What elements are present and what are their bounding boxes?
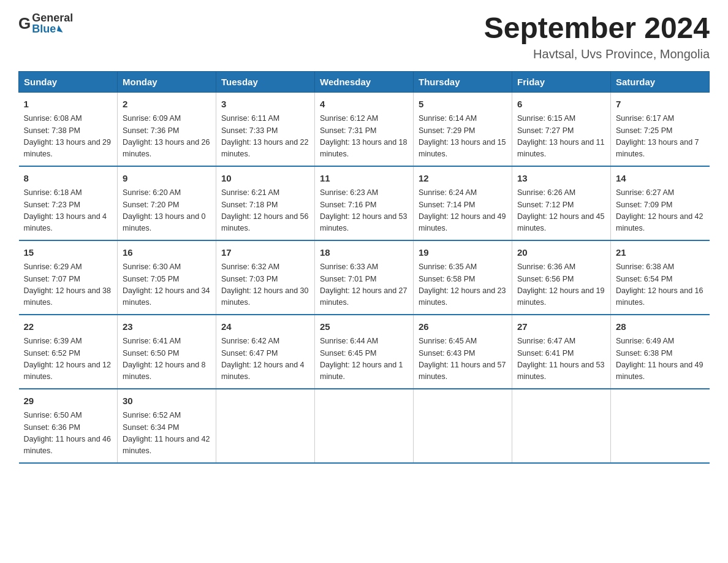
day-info: Sunrise: 6:33 AMSunset: 7:01 PMDaylight:… (320, 261, 408, 309)
day-info: Sunrise: 6:23 AMSunset: 7:16 PMDaylight:… (320, 187, 408, 235)
calendar-cell-w3-d4: 18 Sunrise: 6:33 AMSunset: 7:01 PMDaylig… (315, 240, 414, 315)
day-number: 5 (419, 98, 507, 112)
day-number: 10 (221, 172, 309, 186)
calendar-cell-w5-d1: 29 Sunrise: 6:50 AMSunset: 6:36 PMDaylig… (19, 389, 118, 463)
month-title: September 2024 (484, 12, 710, 45)
calendar-cell-w2-d2: 9 Sunrise: 6:20 AMSunset: 7:20 PMDayligh… (118, 166, 216, 240)
calendar-week-2: 8 Sunrise: 6:18 AMSunset: 7:23 PMDayligh… (19, 166, 710, 240)
day-number: 2 (123, 98, 211, 112)
day-number: 17 (221, 246, 309, 260)
day-number: 11 (320, 172, 408, 186)
calendar-cell-w4-d6: 27 Sunrise: 6:47 AMSunset: 6:41 PMDaylig… (512, 315, 611, 389)
logo: G General Blue (18, 12, 73, 34)
calendar-cell-w5-d7 (611, 389, 710, 463)
calendar-cell-w2-d4: 11 Sunrise: 6:23 AMSunset: 7:16 PMDaylig… (315, 166, 414, 240)
day-info: Sunrise: 6:20 AMSunset: 7:20 PMDaylight:… (123, 187, 211, 235)
calendar-week-1: 1 Sunrise: 6:08 AMSunset: 7:38 PMDayligh… (19, 92, 710, 166)
day-number: 16 (123, 246, 211, 260)
day-info: Sunrise: 6:49 AMSunset: 6:38 PMDaylight:… (616, 335, 705, 383)
logo-area: G General Blue (18, 12, 73, 34)
day-info: Sunrise: 6:29 AMSunset: 7:07 PMDaylight:… (24, 261, 113, 309)
day-info: Sunrise: 6:21 AMSunset: 7:18 PMDaylight:… (221, 187, 309, 235)
day-info: Sunrise: 6:08 AMSunset: 7:38 PMDaylight:… (24, 113, 113, 161)
calendar-cell-w5-d6 (512, 389, 611, 463)
day-number: 30 (123, 394, 211, 408)
calendar-cell-w2-d5: 12 Sunrise: 6:24 AMSunset: 7:14 PMDaylig… (414, 166, 512, 240)
calendar-cell-w4-d1: 22 Sunrise: 6:39 AMSunset: 6:52 PMDaylig… (19, 315, 118, 389)
day-info: Sunrise: 6:38 AMSunset: 6:54 PMDaylight:… (616, 261, 705, 309)
calendar-cell-w3-d6: 20 Sunrise: 6:36 AMSunset: 6:56 PMDaylig… (512, 240, 611, 315)
calendar-cell-w1-d5: 5 Sunrise: 6:14 AMSunset: 7:29 PMDayligh… (414, 92, 512, 166)
calendar-week-4: 22 Sunrise: 6:39 AMSunset: 6:52 PMDaylig… (19, 315, 710, 389)
day-number: 3 (221, 98, 309, 112)
day-info: Sunrise: 6:45 AMSunset: 6:43 PMDaylight:… (419, 335, 507, 383)
calendar-cell-w1-d4: 4 Sunrise: 6:12 AMSunset: 7:31 PMDayligh… (315, 92, 414, 166)
day-info: Sunrise: 6:35 AMSunset: 6:58 PMDaylight:… (419, 261, 507, 309)
calendar-cell-w1-d2: 2 Sunrise: 6:09 AMSunset: 7:36 PMDayligh… (118, 92, 216, 166)
day-info: Sunrise: 6:26 AMSunset: 7:12 PMDaylight:… (517, 187, 605, 235)
day-info: Sunrise: 6:44 AMSunset: 6:45 PMDaylight:… (320, 335, 408, 383)
logo-general-text: General (32, 12, 73, 23)
day-info: Sunrise: 6:15 AMSunset: 7:27 PMDaylight:… (517, 113, 605, 161)
calendar-cell-w1-d3: 3 Sunrise: 6:11 AMSunset: 7:33 PMDayligh… (216, 92, 315, 166)
day-number: 22 (24, 320, 113, 334)
day-info: Sunrise: 6:27 AMSunset: 7:09 PMDaylight:… (616, 187, 705, 235)
day-number: 18 (320, 246, 408, 260)
col-friday: Friday (512, 71, 611, 92)
calendar-week-3: 15 Sunrise: 6:29 AMSunset: 7:07 PMDaylig… (19, 240, 710, 315)
day-info: Sunrise: 6:41 AMSunset: 6:50 PMDaylight:… (123, 335, 211, 383)
calendar-cell-w5-d3 (216, 389, 315, 463)
day-number: 27 (517, 320, 605, 334)
col-monday: Monday (118, 71, 216, 92)
calendar-cell-w5-d5 (414, 389, 512, 463)
calendar-cell-w3-d7: 21 Sunrise: 6:38 AMSunset: 6:54 PMDaylig… (611, 240, 710, 315)
calendar-cell-w3-d2: 16 Sunrise: 6:30 AMSunset: 7:05 PMDaylig… (118, 240, 216, 315)
day-info: Sunrise: 6:09 AMSunset: 7:36 PMDaylight:… (123, 113, 211, 161)
day-number: 24 (221, 320, 309, 334)
calendar-cell-w2-d7: 14 Sunrise: 6:27 AMSunset: 7:09 PMDaylig… (611, 166, 710, 240)
calendar-cell-w3-d1: 15 Sunrise: 6:29 AMSunset: 7:07 PMDaylig… (19, 240, 118, 315)
day-number: 23 (123, 320, 211, 334)
day-number: 28 (616, 320, 705, 334)
day-number: 7 (616, 98, 705, 112)
day-info: Sunrise: 6:18 AMSunset: 7:23 PMDaylight:… (24, 187, 113, 235)
day-number: 1 (24, 98, 113, 112)
calendar-cell-w5-d2: 30 Sunrise: 6:52 AMSunset: 6:34 PMDaylig… (118, 389, 216, 463)
day-number: 9 (123, 172, 211, 186)
day-number: 13 (517, 172, 605, 186)
calendar-cell-w1-d6: 6 Sunrise: 6:15 AMSunset: 7:27 PMDayligh… (512, 92, 611, 166)
day-number: 25 (320, 320, 408, 334)
day-number: 29 (24, 394, 113, 408)
col-saturday: Saturday (611, 71, 710, 92)
calendar-cell-w3-d5: 19 Sunrise: 6:35 AMSunset: 6:58 PMDaylig… (414, 240, 512, 315)
day-number: 26 (419, 320, 507, 334)
calendar-cell-w1-d7: 7 Sunrise: 6:17 AMSunset: 7:25 PMDayligh… (611, 92, 710, 166)
calendar-header-row: Sunday Monday Tuesday Wednesday Thursday… (19, 71, 710, 92)
calendar-cell-w2-d6: 13 Sunrise: 6:26 AMSunset: 7:12 PMDaylig… (512, 166, 611, 240)
calendar-cell-w4-d3: 24 Sunrise: 6:42 AMSunset: 6:47 PMDaylig… (216, 315, 315, 389)
col-wednesday: Wednesday (315, 71, 414, 92)
day-number: 21 (616, 246, 705, 260)
day-info: Sunrise: 6:14 AMSunset: 7:29 PMDaylight:… (419, 113, 507, 161)
calendar-cell-w4-d2: 23 Sunrise: 6:41 AMSunset: 6:50 PMDaylig… (118, 315, 216, 389)
calendar-cell-w2-d3: 10 Sunrise: 6:21 AMSunset: 7:18 PMDaylig… (216, 166, 315, 240)
day-number: 4 (320, 98, 408, 112)
calendar-cell-w3-d3: 17 Sunrise: 6:32 AMSunset: 7:03 PMDaylig… (216, 240, 315, 315)
day-info: Sunrise: 6:52 AMSunset: 6:34 PMDaylight:… (123, 410, 211, 458)
day-info: Sunrise: 6:42 AMSunset: 6:47 PMDaylight:… (221, 335, 309, 383)
day-info: Sunrise: 6:32 AMSunset: 7:03 PMDaylight:… (221, 261, 309, 309)
day-info: Sunrise: 6:12 AMSunset: 7:31 PMDaylight:… (320, 113, 408, 161)
day-info: Sunrise: 6:30 AMSunset: 7:05 PMDaylight:… (123, 261, 211, 309)
calendar-cell-w2-d1: 8 Sunrise: 6:18 AMSunset: 7:23 PMDayligh… (19, 166, 118, 240)
location-text: Havtsal, Uvs Province, Mongolia (484, 47, 710, 61)
day-number: 6 (517, 98, 605, 112)
day-info: Sunrise: 6:36 AMSunset: 6:56 PMDaylight:… (517, 261, 605, 309)
page-header: G General Blue September 2024 Havtsal, U… (18, 12, 710, 61)
logo-g-letter: G (18, 14, 31, 33)
day-number: 14 (616, 172, 705, 186)
day-info: Sunrise: 6:50 AMSunset: 6:36 PMDaylight:… (24, 410, 113, 458)
day-info: Sunrise: 6:24 AMSunset: 7:14 PMDaylight:… (419, 187, 507, 235)
calendar-cell-w4-d5: 26 Sunrise: 6:45 AMSunset: 6:43 PMDaylig… (414, 315, 512, 389)
day-number: 19 (419, 246, 507, 260)
logo-text-block: General Blue (32, 12, 73, 34)
